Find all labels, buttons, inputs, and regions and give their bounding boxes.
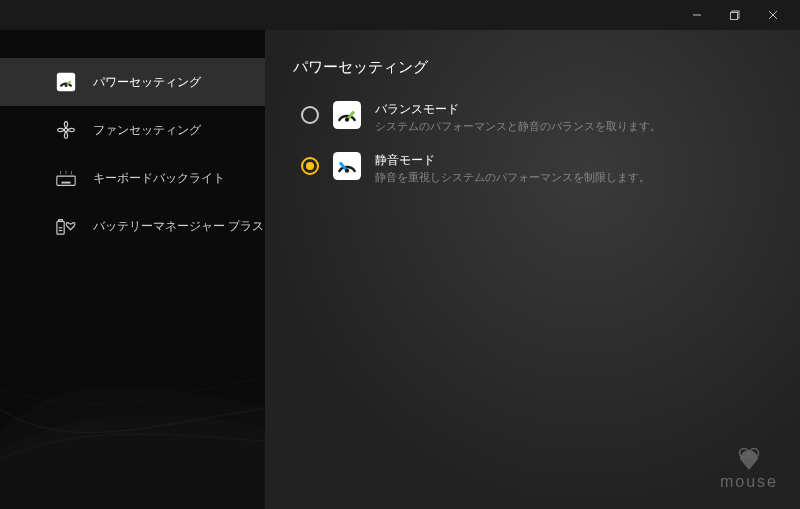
svg-point-7	[65, 84, 68, 87]
main-panel: パワーセッティング バランスモード システムのパフォーマンスと静音のバランスを取…	[265, 30, 800, 509]
svg-rect-9	[57, 176, 75, 185]
sidebar-item-label: キーボードバックライト	[93, 170, 225, 187]
keyboard-icon	[55, 167, 77, 189]
sidebar-item-fan[interactable]: ファンセッティング	[0, 106, 265, 154]
maximize-button[interactable]	[716, 0, 754, 30]
balance-mode-icon	[333, 101, 361, 129]
sidebar-item-power[interactable]: パワーセッティング	[0, 58, 265, 106]
radio-balance[interactable]	[301, 106, 319, 124]
sidebar-item-keyboard-backlight[interactable]: キーボードバックライト	[0, 154, 265, 202]
mode-title: バランスモード	[375, 101, 772, 118]
sidebar-item-label: バッテリーマネージャー プラス	[93, 218, 264, 235]
svg-rect-20	[59, 220, 63, 222]
battery-heart-icon	[55, 215, 77, 237]
sidebar: パワーセッティング ファンセッティング キーボードバックライト バッテリーマネー…	[0, 30, 265, 509]
mode-option-balance[interactable]: バランスモード システムのパフォーマンスと静音のバランスを取ります。	[293, 101, 772, 134]
mode-title: 静音モード	[375, 152, 772, 169]
mode-desc: 静音を重視しシステムのパフォーマンスを制限します。	[375, 171, 772, 185]
mode-desc: システムのパフォーマンスと静音のバランスを取ります。	[375, 120, 772, 134]
brand-logo: mouse	[720, 447, 778, 491]
mouse-logo-icon	[736, 447, 762, 471]
titlebar	[0, 0, 800, 30]
fan-icon	[55, 119, 77, 141]
gauge-icon	[55, 71, 77, 93]
svg-point-28	[345, 169, 349, 173]
close-button[interactable]	[754, 0, 792, 30]
minimize-button[interactable]	[678, 0, 716, 30]
sidebar-item-label: パワーセッティング	[93, 74, 201, 91]
brand-text: mouse	[720, 473, 778, 491]
svg-rect-5	[57, 73, 75, 91]
svg-point-25	[345, 118, 349, 122]
svg-rect-2	[731, 13, 738, 20]
page-title: パワーセッティング	[293, 58, 772, 77]
mode-option-silent[interactable]: 静音モード 静音を重視しシステムのパフォーマンスを制限します。	[293, 152, 772, 185]
sidebar-item-label: ファンセッティング	[93, 122, 201, 139]
radio-silent[interactable]	[301, 157, 319, 175]
silent-mode-icon	[333, 152, 361, 180]
sidebar-item-battery-manager[interactable]: バッテリーマネージャー プラス	[0, 202, 265, 250]
